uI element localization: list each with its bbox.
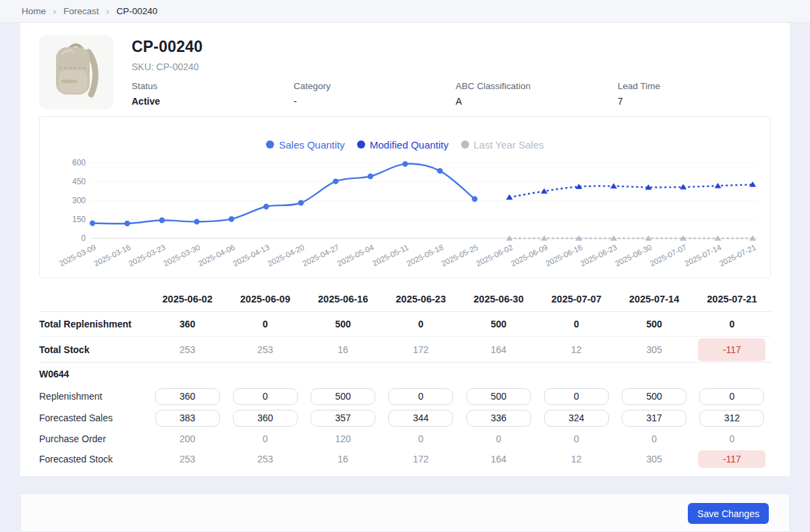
- date-column-header: 2025-06-16: [304, 294, 382, 304]
- chevron-right-icon: ›: [107, 7, 109, 16]
- svg-text:2025-06-09: 2025-06-09: [510, 243, 549, 268]
- forecasted-stock-cell: 253: [226, 454, 304, 464]
- svg-text:2025-06-16: 2025-06-16: [544, 243, 583, 268]
- purchase-order-value: 0: [418, 433, 423, 444]
- replenishment-label: Replenishment: [39, 391, 148, 402]
- svg-text:2025-06-23: 2025-06-23: [579, 243, 618, 268]
- forecasted-sales-input[interactable]: [233, 410, 298, 427]
- footer-bar: Save Changes: [20, 494, 790, 532]
- total-replenishment-value: 0: [574, 319, 579, 329]
- svg-text:150: 150: [72, 215, 86, 224]
- chevron-right-icon: ›: [53, 7, 56, 16]
- replenishment-input[interactable]: [233, 388, 298, 405]
- page-title: CP-00240: [132, 38, 771, 56]
- total-stock-cell: -117: [693, 338, 771, 361]
- replenishment-row: Replenishment: [39, 385, 771, 407]
- backpack-photo-icon: [39, 35, 113, 109]
- legend-item-sales-quantity[interactable]: Sales Quantity: [266, 139, 345, 151]
- total-replenishment-cell: 0: [693, 319, 771, 329]
- svg-text:450: 450: [72, 177, 86, 186]
- replenishment-input[interactable]: [544, 388, 609, 405]
- field-value: A: [456, 96, 618, 107]
- forecasted-sales-cell: [616, 410, 693, 427]
- field-value: Active: [132, 96, 294, 107]
- total-stock-cell: 164: [460, 344, 537, 355]
- svg-text:2025-03-16: 2025-03-16: [92, 243, 132, 268]
- purchase-order-value: 120: [335, 433, 350, 444]
- date-column-header: 2025-06-23: [382, 294, 460, 304]
- replenishment-input[interactable]: [699, 388, 764, 405]
- field-value: 7: [618, 96, 780, 107]
- total-stock-cell: 172: [382, 344, 460, 355]
- total-stock-cell: 305: [616, 344, 693, 355]
- total-replenishment-value: 500: [491, 319, 506, 329]
- forecasted-sales-cell: [460, 410, 537, 427]
- total-replenishment-value: 500: [646, 319, 662, 329]
- breadcrumb-item-cp-00240: CP-00240: [117, 6, 158, 16]
- date-column-header: 2025-06-09: [226, 294, 304, 304]
- forecasted-sales-input[interactable]: [466, 410, 531, 427]
- field-label: Status: [132, 81, 294, 91]
- total-replenishment-value: 360: [180, 319, 195, 329]
- svg-text:2025-03-23: 2025-03-23: [128, 243, 167, 268]
- date-column-header: 2025-06-30: [460, 294, 537, 304]
- legend-item-modified-quantity[interactable]: Modified Quantity: [357, 139, 449, 151]
- date-column-header: 2025-07-21: [693, 294, 771, 304]
- legend-item-last-year-sales[interactable]: Last Year Sales: [461, 139, 544, 151]
- save-changes-button[interactable]: Save Changes: [688, 503, 769, 524]
- forecasted-sales-label: Forecasted Sales: [39, 413, 148, 423]
- svg-text:600: 600: [72, 158, 86, 167]
- total-stock-value: 253: [257, 344, 273, 355]
- forecasted-sales-row: Forecasted Sales: [39, 407, 771, 429]
- total-replenishment-cell: 500: [304, 319, 382, 329]
- chart-legend: Sales QuantityModified QuantityLast Year…: [40, 137, 770, 152]
- legend-label: Sales Quantity: [279, 139, 345, 151]
- field-value: -: [294, 96, 456, 107]
- date-column-header: 2025-06-02: [148, 294, 226, 304]
- purchase-order-cell: 0: [616, 433, 693, 444]
- total-replenishment-cell: 0: [226, 319, 304, 329]
- svg-text:2025-04-27: 2025-04-27: [301, 243, 340, 268]
- product-fields: StatusActiveCategory-ABC ClassificationA…: [132, 81, 771, 107]
- date-column-header: 2025-07-07: [537, 294, 615, 304]
- svg-text:0: 0: [81, 234, 86, 243]
- svg-text:2025-04-06: 2025-04-06: [197, 243, 236, 268]
- purchase-order-value: 0: [263, 433, 268, 444]
- forecasted-sales-input[interactable]: [155, 410, 220, 427]
- breadcrumb-item-forecast[interactable]: Forecast: [63, 6, 99, 16]
- svg-text:2025-05-25: 2025-05-25: [440, 243, 479, 268]
- replenishment-input[interactable]: [310, 388, 375, 405]
- purchase-order-label: Purchase Order: [39, 433, 148, 444]
- purchase-order-cell: 0: [537, 433, 615, 444]
- replenishment-cell: [382, 388, 460, 405]
- forecasted-sales-input[interactable]: [699, 410, 764, 427]
- forecasted-stock-cell: 253: [148, 454, 226, 464]
- replenishment-input[interactable]: [466, 388, 531, 405]
- svg-text:2025-07-14: 2025-07-14: [683, 243, 723, 268]
- forecasted-stock-value: 12: [571, 454, 582, 464]
- legend-dot-icon: [357, 140, 365, 149]
- forecasted-sales-cell: [226, 410, 304, 427]
- svg-text:300: 300: [72, 196, 86, 205]
- forecasted-sales-cell: [148, 410, 226, 427]
- forecasted-sales-input[interactable]: [310, 410, 375, 427]
- forecasted-sales-cell: [304, 410, 382, 427]
- forecasted-sales-input[interactable]: [388, 410, 453, 427]
- purchase-order-value: 0: [496, 433, 502, 444]
- replenishment-cell: [304, 388, 382, 405]
- svg-text:2025-06-02: 2025-06-02: [475, 243, 514, 268]
- forecasted-sales-input[interactable]: [622, 410, 686, 427]
- replenishment-cell: [460, 388, 537, 405]
- breadcrumb-item-home[interactable]: Home: [22, 6, 46, 16]
- svg-text:2025-04-13: 2025-04-13: [232, 243, 271, 268]
- forecasted-sales-cell: [382, 410, 460, 427]
- replenishment-input[interactable]: [388, 388, 453, 405]
- replenishment-input[interactable]: [155, 388, 220, 405]
- replenishment-input[interactable]: [622, 388, 686, 405]
- date-column-header: 2025-07-14: [616, 294, 693, 304]
- purchase-order-value: 0: [729, 433, 734, 444]
- warehouse-group-label: W0644: [39, 369, 148, 379]
- forecasted-stock-row: Forecasted Stock2532531617216412305-117: [39, 449, 771, 469]
- forecasted-sales-input[interactable]: [544, 410, 609, 427]
- total-replenishment-value: 0: [729, 319, 734, 329]
